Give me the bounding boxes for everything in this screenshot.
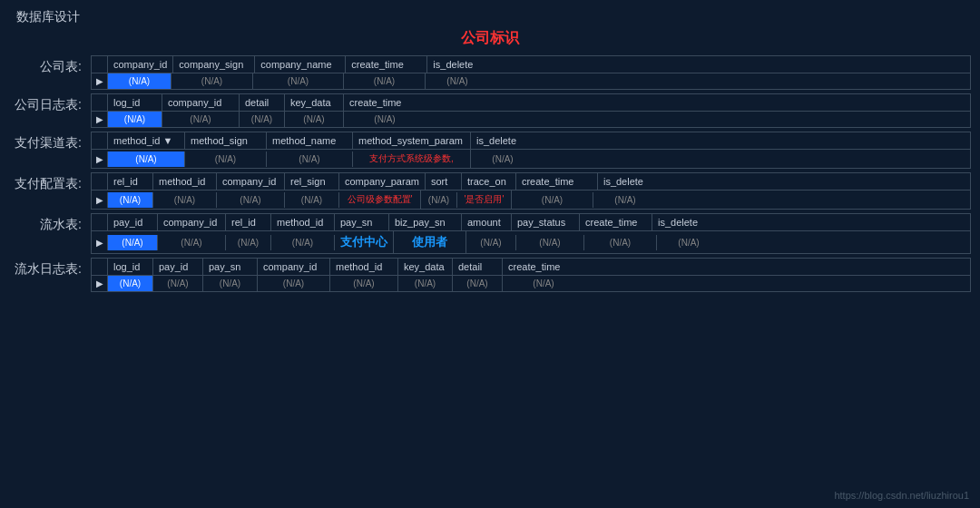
cell-5-0-0: (N/A) [108,276,153,291]
table-section-3: 支付配置表:rel_idmethod_idcompany_idrel_signc… [9,172,971,210]
table-label-4: 流水表: [9,213,82,233]
cell-2-0-0: (N/A) [108,151,185,167]
col-header-3-5: sort [426,173,462,190]
col-header-4-2: rel_id [226,214,271,230]
col-header-3-6: trace_on [462,173,516,190]
col-header-5-3: company_id [258,259,330,275]
cell-4-0-4: 支付中心 [335,231,394,253]
db-table-4: pay_idcompany_idrel_idmethod_idpay_snbiz… [91,213,971,254]
col-header-0-4: is_delete [427,56,491,73]
col-header-5-0: log_id [108,259,153,275]
col-header-5-4: method_id [330,259,398,275]
col-header-1-0: log_id [108,94,162,111]
cell-3-0-4: 公司级参数配置' [339,190,421,209]
col-header-4-8: create_time [580,214,652,230]
cell-1-0-3: (N/A) [285,112,344,127]
cell-4-0-3: (N/A) [271,235,335,250]
table-row: ▶(N/A)(N/A)(N/A)(N/A)(N/A) [92,73,970,89]
cell-3-0-8: (N/A) [593,192,657,208]
cell-2-0-3: 支付方式系统级参数, [353,150,471,168]
col-header-4-0: pay_id [108,214,158,230]
cell-0-0-4: (N/A) [426,73,489,89]
col-header-1-1: company_id [162,94,240,111]
db-table-0: company_idcompany_signcompany_namecreate… [91,55,971,90]
cell-3-0-6: '是否启用' [457,190,512,209]
db-table-3: rel_idmethod_idcompany_idrel_signcompany… [91,172,971,210]
col-header-4-5: biz_pay_sn [389,214,462,230]
section-title: 公司标识 [9,29,971,48]
cell-3-0-0: (N/A) [108,192,153,208]
cell-4-0-7: (N/A) [516,235,584,250]
col-header-4-3: method_id [271,214,335,230]
table-label-5: 流水日志表: [9,258,82,278]
col-header-3-3: rel_sign [285,173,339,190]
table-label-1: 公司日志表: [9,93,82,113]
col-header-5-2: pay_sn [203,259,258,275]
table-row: ▶(N/A)(N/A)(N/A)(N/A)(N/A)(N/A)(N/A)(N/A… [92,276,970,291]
col-header-2-0: method_id ▼ [108,132,185,149]
col-header-5-5: key_data [398,259,453,275]
col-header-3-1: method_id [153,173,217,190]
col-header-3-7: create_time [516,173,598,190]
table-section-4: 流水表:pay_idcompany_idrel_idmethod_idpay_s… [9,213,971,254]
col-header-4-4: pay_sn [335,214,389,230]
col-header-3-2: company_id [217,173,285,190]
table-row: ▶(N/A)(N/A)(N/A)(N/A)(N/A) [92,112,970,127]
cell-5-0-1: (N/A) [153,276,203,291]
table-row: ▶(N/A)(N/A)(N/A)(N/A)公司级参数配置'(N/A)'是否启用'… [92,190,970,209]
cell-5-0-6: (N/A) [453,276,503,291]
cell-4-0-8: (N/A) [584,235,657,250]
col-header-5-6: detail [453,259,503,275]
col-header-2-1: method_sign [185,132,267,149]
cell-2-0-4: (N/A) [471,151,534,167]
cell-1-0-2: (N/A) [240,112,285,127]
col-header-1-2: detail [240,94,285,111]
cell-4-0-2: (N/A) [226,235,271,250]
col-header-0-0: company_id [108,56,173,73]
col-header-3-8: is_delete [598,173,662,190]
db-table-5: log_idpay_idpay_sncompany_idmethod_idkey… [91,258,971,292]
table-section-0: 公司表:company_idcompany_signcompany_namecr… [9,55,971,90]
cell-4-0-5: 使用者 [394,231,466,253]
table-section-2: 支付渠道表:method_id ▼method_signmethod_namem… [9,132,971,169]
cell-5-0-5: (N/A) [398,276,453,291]
cell-2-0-2: (N/A) [267,151,353,167]
cell-5-0-7: (N/A) [503,276,584,291]
page-title: 数据库设计 [16,9,80,25]
col-header-0-2: company_name [255,56,346,73]
col-header-2-2: method_name [267,132,353,149]
cell-3-0-5: (N/A) [421,192,457,208]
cell-1-0-4: (N/A) [344,112,426,127]
cell-4-0-1: (N/A) [158,235,226,250]
db-table-1: log_idcompany_iddetailkey_datacreate_tim… [91,93,971,128]
col-header-1-3: key_data [285,94,344,111]
col-header-4-1: company_id [158,214,226,230]
cell-1-0-1: (N/A) [162,112,240,127]
col-header-3-4: company_param [339,173,426,190]
cell-5-0-4: (N/A) [330,276,398,291]
col-header-4-9: is_delete [652,214,716,230]
cell-4-0-0: (N/A) [108,235,158,250]
cell-3-0-7: (N/A) [512,192,593,208]
table-section-1: 公司日志表:log_idcompany_iddetailkey_datacrea… [9,93,971,128]
cell-1-0-0: (N/A) [108,112,162,127]
table-row: ▶(N/A)(N/A)(N/A)支付方式系统级参数,(N/A) [92,150,970,168]
col-header-0-3: create_time [346,56,427,73]
db-table-2: method_id ▼method_signmethod_namemethod_… [91,132,971,169]
cell-5-0-2: (N/A) [203,276,258,291]
cell-2-0-1: (N/A) [185,151,267,167]
table-label-0: 公司表: [9,55,82,75]
col-header-2-3: method_system_param [353,132,471,149]
cell-3-0-1: (N/A) [153,192,217,208]
cell-0-0-1: (N/A) [172,73,253,89]
table-label-2: 支付渠道表: [9,132,82,151]
cell-4-0-6: (N/A) [466,235,516,250]
tables-container: 公司表:company_idcompany_signcompany_namecr… [9,55,971,292]
watermark: https://blog.csdn.net/liuzhirou1 [834,490,969,501]
col-header-1-4: create_time [344,94,426,111]
col-header-5-7: create_time [503,259,584,275]
table-label-3: 支付配置表: [9,172,82,192]
cell-4-0-9: (N/A) [657,235,720,250]
cell-3-0-3: (N/A) [285,192,339,208]
cell-0-0-2: (N/A) [253,73,344,89]
